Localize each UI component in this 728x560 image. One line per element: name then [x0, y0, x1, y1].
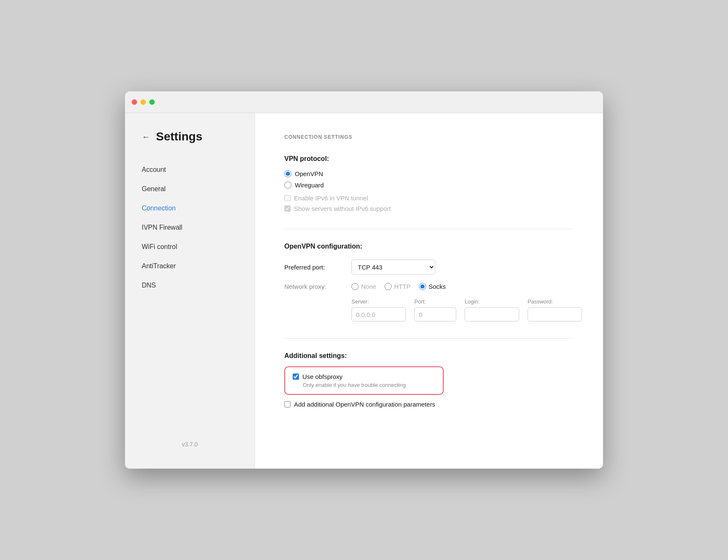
wireguard-radio[interactable]: [284, 181, 291, 189]
content-area: ← Settings Account General Connection IV…: [125, 113, 603, 469]
enable-ipv6-label: Enable IPv6 in VPN tunnel: [294, 194, 368, 202]
main-content: CONNECTION SETTINGS VPN protocol: OpenVP…: [255, 113, 603, 469]
wireguard-option[interactable]: Wireguard: [284, 181, 574, 189]
port-input-group: Port:: [414, 298, 456, 321]
port-label: Port:: [414, 298, 456, 305]
enable-ipv6-checkbox[interactable]: [284, 195, 291, 201]
obfsproxy-checkbox[interactable]: [293, 373, 299, 380]
sidebar-nav: Account General Connection IVPN Firewall…: [125, 160, 255, 433]
login-input[interactable]: [465, 307, 519, 321]
sidebar-item-general[interactable]: General: [125, 179, 255, 199]
proxy-socks-label: Socks: [429, 283, 446, 290]
additional-settings-label: Additional settings:: [284, 352, 574, 360]
sidebar-item-connection[interactable]: Connection: [125, 199, 255, 218]
sidebar-item-antitracker[interactable]: AntiTracker: [125, 257, 255, 276]
add-params-label[interactable]: Add additional OpenVPN configuration par…: [294, 401, 435, 408]
vpn-protocol-section: VPN protocol: OpenVPN Wireguard Enable I…: [284, 155, 574, 212]
back-arrow-icon[interactable]: ←: [142, 132, 150, 141]
port-input[interactable]: [414, 307, 456, 321]
obfsproxy-top: Use obfsproxy: [293, 373, 435, 380]
sidebar-item-wifi-control[interactable]: WiFi control: [125, 237, 255, 257]
proxy-none-label: None: [361, 283, 376, 290]
app-window: ← Settings Account General Connection IV…: [125, 91, 603, 469]
traffic-lights: [132, 99, 155, 105]
enable-ipv6-item: Enable IPv6 in VPN tunnel: [284, 194, 574, 202]
sidebar-item-ivpn-firewall[interactable]: IVPN Firewall: [125, 218, 255, 237]
proxy-http-radio[interactable]: [385, 283, 392, 290]
preferred-port-row: Preferred port: TCP 443 UDP 1194 TCP 80 …: [284, 259, 574, 275]
password-input-group: Password:: [528, 298, 582, 321]
show-no-ipv6-item: Show servers without IPv6 support: [284, 205, 574, 212]
divider-1: [284, 229, 574, 229]
show-no-ipv6-checkbox[interactable]: [284, 205, 291, 212]
obfsproxy-box: Use obfsproxy Only enable if you have tr…: [284, 366, 444, 395]
proxy-socks-radio[interactable]: [419, 283, 426, 290]
preferred-port-select[interactable]: TCP 443 UDP 1194 TCP 80 UDP 2049: [351, 259, 435, 275]
login-label: Login:: [465, 298, 519, 305]
section-header: CONNECTION SETTINGS: [284, 134, 574, 140]
server-label: Server:: [351, 298, 406, 305]
sidebar-item-dns[interactable]: DNS: [125, 276, 255, 295]
password-input[interactable]: [528, 307, 582, 321]
sidebar: ← Settings Account General Connection IV…: [125, 113, 255, 469]
vpn-protocol-radio-group: OpenVPN Wireguard: [284, 170, 574, 189]
obfsproxy-label[interactable]: Use obfsproxy: [302, 373, 343, 380]
server-input[interactable]: [351, 307, 406, 321]
proxy-options: None HTTP Socks: [351, 283, 446, 290]
server-input-group: Server:: [351, 298, 406, 321]
login-input-group: Login:: [465, 298, 519, 321]
proxy-none-option[interactable]: None: [351, 283, 376, 290]
minimize-button[interactable]: [140, 99, 146, 105]
additional-settings-section: Additional settings: Use obfsproxy Only …: [284, 352, 574, 408]
maximize-button[interactable]: [149, 99, 155, 105]
version-label: v3.7.0: [125, 433, 255, 456]
close-button[interactable]: [132, 99, 137, 105]
proxy-socks-option[interactable]: Socks: [419, 283, 446, 290]
titlebar: [125, 91, 603, 113]
divider-2: [284, 338, 574, 339]
preferred-port-label: Preferred port:: [284, 264, 351, 271]
openvpn-option[interactable]: OpenVPN: [284, 170, 574, 177]
sidebar-title: Settings: [156, 130, 202, 143]
sidebar-item-account[interactable]: Account: [125, 160, 255, 179]
add-params-row: Add additional OpenVPN configuration par…: [284, 401, 574, 408]
proxy-http-option[interactable]: HTTP: [385, 283, 411, 290]
obfsproxy-hint: Only enable if you have trouble connecti…: [303, 382, 435, 388]
proxy-http-label: HTTP: [394, 283, 411, 290]
network-proxy-label: Network proxy:: [284, 283, 351, 290]
openvpn-config-section: OpenVPN configuration: Preferred port: T…: [284, 243, 574, 321]
show-no-ipv6-label: Show servers without IPv6 support: [294, 205, 391, 212]
add-params-checkbox[interactable]: [284, 401, 291, 407]
openvpn-label: OpenVPN: [295, 170, 323, 177]
wireguard-label: Wireguard: [295, 181, 324, 189]
network-proxy-row: Network proxy: None HTTP Socks: [284, 283, 574, 290]
openvpn-config-label: OpenVPN configuration:: [284, 243, 574, 250]
password-label: Password:: [528, 298, 582, 305]
proxy-inputs-row: Server: Port: Login: Password:: [351, 298, 574, 321]
sidebar-header: ← Settings: [125, 130, 255, 160]
proxy-none-radio[interactable]: [351, 283, 359, 290]
openvpn-radio[interactable]: [284, 170, 291, 177]
vpn-protocol-label: VPN protocol:: [284, 155, 574, 163]
